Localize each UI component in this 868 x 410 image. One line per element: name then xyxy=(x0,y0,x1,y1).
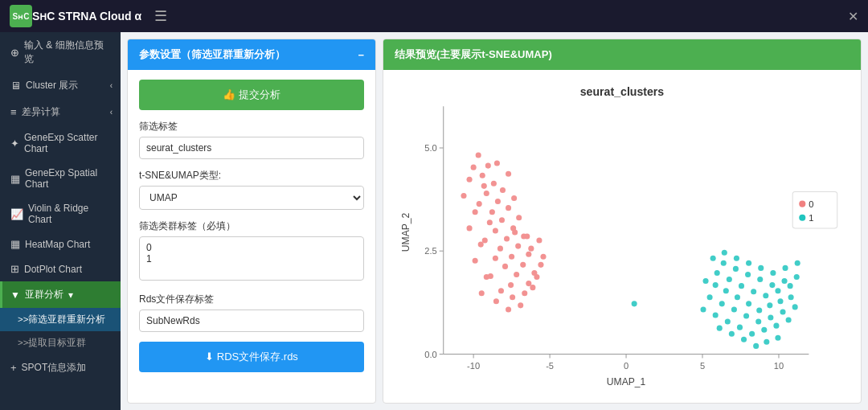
sidebar-item-violin-ridge[interactable]: 📈 Violin & Ridge Chart xyxy=(0,196,121,232)
sidebar-item-diff[interactable]: ≡ 差异计算 ‹ xyxy=(0,99,121,125)
sidebar-item-dotplot[interactable]: ⊞ DotPlot Chart xyxy=(0,256,121,281)
cluster-arrow: ‹ xyxy=(110,81,113,90)
umap-chart: seurat_clusters -10 -5 xyxy=(391,78,853,395)
svg-point-78 xyxy=(741,337,747,342)
right-panel: 结果预览(主要展示t-SNE&UMAP) seurat_clusters xyxy=(383,39,862,404)
svg-point-77 xyxy=(753,343,759,349)
svg-point-67 xyxy=(700,306,706,312)
left-panel-header: 参数设置（筛选亚群重新分析） − xyxy=(128,39,375,70)
svg-point-99 xyxy=(727,277,732,282)
svg-point-53 xyxy=(479,290,485,296)
svg-point-68 xyxy=(713,312,719,318)
svg-point-59 xyxy=(493,298,499,304)
legend-box xyxy=(792,191,837,228)
violin-ridge-icon: 📈 xyxy=(10,208,23,220)
svg-point-69 xyxy=(725,319,731,325)
svg-point-85 xyxy=(755,319,761,325)
svg-point-114 xyxy=(734,256,739,261)
svg-point-65 xyxy=(524,233,530,239)
svg-point-116 xyxy=(758,265,764,271)
close-icon[interactable]: ✕ xyxy=(848,9,858,24)
svg-point-110 xyxy=(733,266,739,272)
tsne-group: t-SNE&UMAP类型: UMAP tSNE xyxy=(139,169,364,210)
svg-point-73 xyxy=(773,323,779,329)
svg-point-16 xyxy=(489,209,495,215)
logo-icon: SʜC xyxy=(10,5,32,27)
sidebar-item-heatmap[interactable]: ▦ HeatMap Chart xyxy=(0,232,121,256)
app-title: SʜC STRNA Cloud α xyxy=(32,10,141,23)
legend-0-label: 0 xyxy=(809,199,813,209)
svg-point-119 xyxy=(795,260,800,266)
svg-point-81 xyxy=(707,294,713,300)
svg-point-41 xyxy=(515,244,521,249)
cluster-0-dots xyxy=(461,152,546,312)
svg-point-34 xyxy=(506,171,511,177)
right-panel-header: 结果预览(主要展示t-SNE&UMAP) xyxy=(383,39,861,70)
svg-point-24 xyxy=(508,282,514,288)
sidebar-item-geneexp-spatial[interactable]: ▦ GeneExp Spatial Chart xyxy=(0,161,121,196)
sidebar-item-geneexp-scatter[interactable]: ✦ GeneExp Scatter Chart xyxy=(0,125,121,161)
svg-point-91 xyxy=(767,302,772,308)
sidebar-item-cluster[interactable]: 🖥 Cluster 展示 ‹ xyxy=(0,72,121,99)
svg-point-30 xyxy=(493,256,498,261)
tsne-select[interactable]: UMAP tSNE xyxy=(139,186,364,210)
sidebar-item-spot-add[interactable]: + SPOT信息添加 xyxy=(0,355,121,381)
rds-group: Rds文件保存标签 xyxy=(139,293,364,332)
sidebar-item-sub-reanalysis[interactable]: >>筛选亚群重新分析 xyxy=(0,308,121,331)
svg-point-109 xyxy=(745,272,751,277)
svg-point-52 xyxy=(484,274,489,280)
svg-point-42 xyxy=(526,252,531,257)
filter-input[interactable] xyxy=(139,137,364,159)
submit-button[interactable]: 👍 提交分析 xyxy=(139,80,364,110)
sub-analysis-arrow: ▾ xyxy=(68,289,73,301)
svg-point-29 xyxy=(482,238,488,244)
sidebar-item-sub-target[interactable]: >>提取目标亚群 xyxy=(0,331,121,355)
svg-point-84 xyxy=(743,313,749,318)
svg-point-19 xyxy=(504,236,510,241)
svg-point-60 xyxy=(534,274,539,280)
svg-point-48 xyxy=(473,209,478,215)
topbar: SʜC SʜC STRNA Cloud α ☰ ✕ xyxy=(0,0,868,32)
svg-point-56 xyxy=(518,302,523,308)
hamburger-icon[interactable]: ☰ xyxy=(154,7,167,25)
svg-point-13 xyxy=(491,181,497,187)
svg-point-55 xyxy=(522,290,527,296)
sidebar-item-input-cell[interactable]: ⊕ 输入 & 细胞信息预览 xyxy=(0,32,121,72)
main-layout: ⊕ 输入 & 细胞信息预览 🖥 Cluster 展示 ‹ ≡ 差异计算 ‹ ✦ … xyxy=(0,32,868,410)
cluster-textarea[interactable]: 0 1 xyxy=(139,236,364,281)
x-tick-10: 10 xyxy=(774,361,784,371)
diff-arrow: ‹ xyxy=(110,108,113,117)
svg-point-92 xyxy=(756,307,762,313)
content-area: 参数设置（筛选亚群重新分析） − 👍 提交分析 筛选标签 t-SNE&UMAP类… xyxy=(121,32,868,410)
save-rds-button[interactable]: ⬇ RDS文件保存.rds xyxy=(139,342,364,372)
dotplot-icon: ⊞ xyxy=(10,263,19,275)
svg-point-97 xyxy=(703,278,709,284)
rds-input[interactable] xyxy=(139,310,364,332)
sidebar-item-sub-analysis[interactable]: ▼ 亚群分析 ▾ xyxy=(0,281,121,308)
svg-point-72 xyxy=(761,327,767,333)
svg-point-89 xyxy=(788,294,794,300)
svg-point-17 xyxy=(499,217,505,223)
svg-point-43 xyxy=(520,262,526,268)
svg-point-26 xyxy=(481,183,487,189)
svg-point-18 xyxy=(493,228,498,233)
minimize-icon[interactable]: − xyxy=(358,49,364,61)
tsne-label: t-SNE&UMAP类型: xyxy=(139,169,364,182)
svg-point-54 xyxy=(510,294,515,300)
svg-point-49 xyxy=(467,225,473,231)
svg-point-35 xyxy=(500,187,506,193)
svg-point-98 xyxy=(714,270,720,276)
svg-point-83 xyxy=(731,306,737,312)
svg-point-80 xyxy=(717,326,723,331)
svg-point-79 xyxy=(729,331,735,337)
svg-point-32 xyxy=(498,288,504,293)
sidebar: ⊕ 输入 & 细胞信息预览 🖥 Cluster 展示 ‹ ≡ 差异计算 ‹ ✦ … xyxy=(0,32,121,410)
svg-point-94 xyxy=(735,294,740,300)
svg-point-64 xyxy=(536,238,542,244)
svg-point-103 xyxy=(775,288,780,293)
heatmap-icon: ▦ xyxy=(10,238,20,250)
svg-point-23 xyxy=(514,272,519,277)
svg-point-111 xyxy=(721,260,727,266)
svg-point-71 xyxy=(749,331,755,337)
spot-add-icon: + xyxy=(10,362,17,374)
